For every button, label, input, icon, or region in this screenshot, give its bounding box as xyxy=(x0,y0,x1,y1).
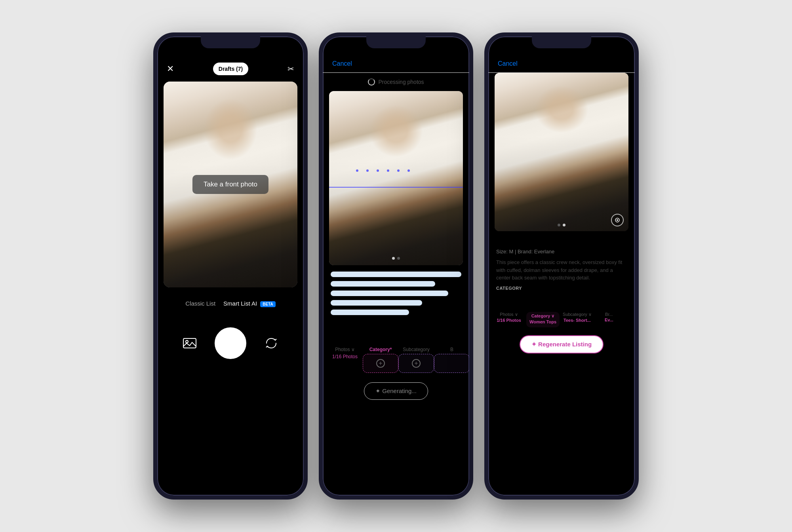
cancel-button-3[interactable]: Cancel xyxy=(498,60,518,67)
battery-icon-3 xyxy=(617,48,625,52)
camera-edit-icon[interactable] xyxy=(611,214,624,226)
shutter-button[interactable] xyxy=(215,327,246,359)
drafts-button[interactable]: Drafts (7) xyxy=(213,63,248,75)
wifi-icon-3: ▲ xyxy=(609,47,614,53)
brand-tab-box[interactable] xyxy=(434,354,469,373)
result-dot-2 xyxy=(563,224,565,226)
plus-circle-icon-2: + xyxy=(412,359,421,368)
regenerate-label: ✦ Regenerate Listing xyxy=(531,341,592,348)
brand-tab-label: B xyxy=(450,347,453,352)
subcategory-tab-box[interactable]: + xyxy=(398,354,434,373)
generating-button: ✦ Generating... xyxy=(364,382,428,400)
generating-label: ✦ Generating... xyxy=(375,388,417,395)
page-title-3: Listing Preview xyxy=(539,59,591,68)
signal-icon xyxy=(432,48,441,52)
subcategory-tab-2[interactable]: Subcategory + xyxy=(400,347,432,373)
dot-1 xyxy=(392,257,395,260)
close-button[interactable]: ✕ xyxy=(167,64,174,74)
result-edit-tabs: Photos ∨ 1/16 Photos Category ∨ Women To… xyxy=(488,312,635,332)
battery-icon xyxy=(451,48,460,52)
listing-info: Everlane Cotton Crew Tee Size M Size: M … xyxy=(488,231,635,297)
phone-3: 9:41 ▲ Cancel Listing Preview Next xyxy=(484,32,639,500)
phone-1: ✕ Drafts (7) ✂ Take a front photo Classi… xyxy=(153,32,308,500)
result-photos-label: Photos ∨ xyxy=(500,312,518,317)
category-tab-2[interactable]: Category* + xyxy=(365,347,396,373)
result-subcategory-label: Subcategory ∨ xyxy=(563,312,592,317)
result-brand-label: Br... xyxy=(605,312,613,317)
status-bar-3: 9:41 ▲ xyxy=(488,36,635,56)
camera-mode-bar: Classic List Smart List AI BETA xyxy=(157,291,304,316)
drafts-label: Drafts (7) xyxy=(219,66,243,72)
result-brand-value: Ev... xyxy=(605,317,613,322)
photos-tab-2[interactable]: Photos ∨ 1/16 Photos xyxy=(329,347,361,373)
home-bar-1 xyxy=(205,490,256,492)
photos-tab-value: 1/16 Photos xyxy=(332,354,358,359)
time-3: 9:41 xyxy=(498,47,508,53)
page-title-2: Listing Preview xyxy=(370,59,422,68)
brand-tab-2[interactable]: B xyxy=(436,347,468,373)
scan-dot xyxy=(397,169,400,172)
result-category-label: Category ∨ xyxy=(531,314,555,319)
nav-bar-3: Cancel Listing Preview Next xyxy=(488,56,635,73)
wifi-icon: ▲ xyxy=(443,47,449,53)
result-category-tab[interactable]: Category ∨ Women Tops xyxy=(526,312,560,327)
loading-line-1 xyxy=(331,272,461,277)
edit-tabs-2: Photos ∨ 1/16 Photos Category* + Subcate… xyxy=(323,347,469,378)
result-preview-3 xyxy=(495,73,628,231)
camera-header: ✕ Drafts (7) ✂ xyxy=(157,56,304,82)
gallery-button[interactable] xyxy=(182,335,198,351)
result-subcategory-tab[interactable]: Subcategory ∨ Tees- Short... xyxy=(563,312,592,327)
result-dot-1 xyxy=(558,224,560,226)
svg-point-3 xyxy=(617,219,618,221)
scan-dot xyxy=(377,169,379,172)
result-photo-3 xyxy=(495,73,628,231)
scan-dot xyxy=(356,169,358,172)
listing-description: This piece offers a classic crew neck, o… xyxy=(496,258,627,282)
result-photo-dots xyxy=(558,224,565,226)
loading-line-3 xyxy=(331,291,448,296)
svg-rect-0 xyxy=(183,338,196,348)
camera-controls xyxy=(157,319,304,367)
phone-2: 9:41 ▲ Cancel Listing Preview xyxy=(319,32,473,500)
result-brand-tab[interactable]: Br... Ev... xyxy=(595,312,623,327)
listing-meta: Size: M | Brand: Everlane xyxy=(496,249,627,255)
loading-skeleton xyxy=(323,265,469,325)
cancel-button-2[interactable]: Cancel xyxy=(332,60,352,67)
status-bar-2: 9:41 ▲ xyxy=(323,36,469,56)
subcategory-tab-label: Subcategory xyxy=(403,347,429,352)
edit-section-title-2: Edit Your Listing xyxy=(323,325,469,347)
result-photos-value: 1/16 Photos xyxy=(497,318,521,323)
classic-list-mode[interactable]: Classic List xyxy=(185,300,215,307)
home-bar-3 xyxy=(536,490,587,492)
plus-circle-icon: + xyxy=(376,359,385,368)
listing-photo-2 xyxy=(329,91,463,265)
flip-camera-button[interactable] xyxy=(263,335,279,351)
edit-section-title-3: Edit Your Listing xyxy=(488,297,635,312)
photo-indicators-2 xyxy=(388,253,404,264)
signal-icon-3 xyxy=(598,48,606,52)
regenerate-button[interactable]: ✦ Regenerate Listing xyxy=(520,335,604,353)
photo-prompt-label: Take a front photo xyxy=(192,175,268,194)
status-bar-1 xyxy=(157,36,304,56)
category-tab-box[interactable]: + xyxy=(363,354,398,373)
processing-label: Processing photos xyxy=(378,79,424,85)
category-tab-label: Category* xyxy=(369,347,392,352)
smart-list-mode[interactable]: Smart List AI BETA xyxy=(223,300,276,307)
result-category-value: Women Tops xyxy=(529,319,556,324)
time-2: 9:41 xyxy=(332,47,342,53)
beta-badge: BETA xyxy=(260,301,275,307)
home-bar-2 xyxy=(370,490,422,492)
next-button-3[interactable]: Next xyxy=(611,60,625,67)
scan-dot xyxy=(366,169,369,172)
result-photos-tab[interactable]: Photos ∨ 1/16 Photos xyxy=(495,312,523,327)
scissors-icon[interactable]: ✂ xyxy=(287,64,294,74)
photos-tab-label: Photos ∨ xyxy=(335,347,355,352)
scan-dot xyxy=(407,169,410,172)
scan-dots xyxy=(356,169,436,172)
loading-line-2 xyxy=(331,281,435,287)
scan-dot xyxy=(387,169,389,172)
result-subcategory-value: Tees- Short... xyxy=(564,318,591,323)
listing-title: Everlane Cotton Crew Tee Size M xyxy=(496,238,627,246)
spinner-icon xyxy=(368,78,375,86)
nav-bar-2: Cancel Listing Preview xyxy=(323,56,469,73)
